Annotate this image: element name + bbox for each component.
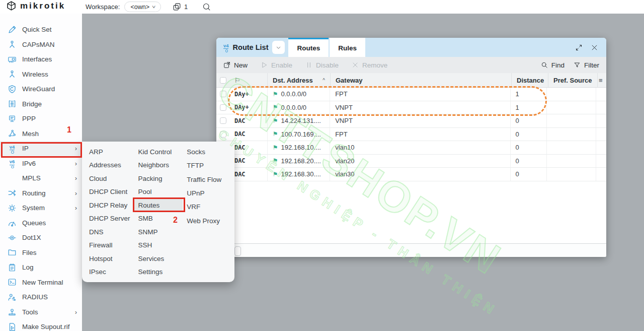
submenu-item-firewall[interactable]: Firewall (85, 239, 134, 252)
submenu-item-packing[interactable]: Packing (134, 172, 183, 185)
route-distance: 0 (511, 128, 547, 141)
header-gateway[interactable]: Gateway (331, 73, 512, 87)
submenu-item-tftp[interactable]: TFTP (183, 159, 231, 172)
header-pref-source[interactable]: Pref. Source (548, 73, 598, 87)
route-gateway: FPT (330, 128, 510, 141)
submenu-item-services[interactable]: Services (134, 252, 183, 266)
columns-menu-button[interactable]: ≡ (598, 73, 606, 87)
submenu-item-hotspot[interactable]: Hotspot (85, 252, 134, 266)
route-row[interactable]: DAC ⚑192.168.10.... vlan10 0 (216, 141, 606, 155)
close-icon[interactable] (591, 44, 598, 51)
row-checkbox[interactable] (220, 91, 226, 97)
sidebar-item-dot1x[interactable]: Dot1X › (0, 230, 82, 245)
sidebar-item-mpls[interactable]: MPLS › (0, 171, 82, 186)
route-dst-address: 100.70.169.... (281, 130, 321, 138)
search-icon[interactable] (202, 3, 211, 11)
ipv4-icon: v4 (223, 43, 229, 52)
window-titlebar[interactable]: v4 Route List Routes Rules (216, 38, 606, 57)
disable-button[interactable]: Disable (305, 61, 339, 69)
sidebar-item-ip[interactable]: v4 IP › (0, 141, 82, 156)
sidebar-item-make-supout-rif[interactable]: Make Supout.rif › (0, 319, 82, 331)
submenu-item-snmp[interactable]: SNMP (134, 225, 183, 239)
header-flags[interactable]: ⚐ (229, 73, 268, 87)
header-dst-address[interactable]: Dst. Address ^ (268, 73, 331, 87)
sidebar-item-files[interactable]: Files › (0, 245, 82, 260)
submenu-item-socks[interactable]: Socks (183, 145, 231, 159)
submenu-item-kid-control[interactable]: Kid Control (134, 145, 183, 159)
sidebar-item-tools[interactable]: Tools › (0, 305, 82, 320)
tab-list-dropdown-button[interactable] (272, 41, 285, 54)
route-row[interactable]: DAC ⚑192.168.30.... vlan30 0 (216, 168, 606, 181)
submenu-item-web-proxy[interactable]: Web Proxy (183, 214, 231, 227)
route-dst-address: 14.224.131.... (281, 117, 321, 124)
sidebar-item-new-terminal[interactable]: New Terminal › (0, 275, 82, 290)
route-pref-source (547, 155, 596, 168)
submenu-column-3: Socks TFTP Traffic Flow UPnP VRF Web Pro… (183, 145, 231, 279)
sidebar-item-wireless[interactable]: Wireless › (0, 67, 82, 82)
submenu-item-ipsec[interactable]: IPsec (85, 266, 134, 279)
tab-rules[interactable]: Rules (330, 38, 365, 57)
row-checkbox[interactable] (220, 117, 226, 124)
route-row[interactable]: DAy+ ⚑0.0.0.0/0 FPT 1 (216, 88, 606, 101)
open-windows-indicator[interactable]: 1 (173, 0, 188, 14)
ip-submenu-popup: ARP Addresses Cloud DHCP Client DHCP Rel… (82, 142, 234, 282)
new-button[interactable]: New (223, 61, 248, 69)
sidebar-item-ppp[interactable]: PPP › (0, 111, 82, 126)
sidebar-item-wireguard[interactable]: WireGuard › (0, 82, 82, 97)
sidebar-item-log[interactable]: Log › (0, 260, 82, 275)
submenu-item-ssh[interactable]: SSH (134, 239, 183, 252)
enable-button[interactable]: Enable (261, 61, 292, 69)
submenu-item-routes[interactable]: Routes (134, 198, 183, 212)
sidebar-item-interfaces[interactable]: Interfaces › (0, 52, 82, 67)
select-all-checkbox[interactable] (220, 77, 226, 84)
sidebar-item-ipv6[interactable]: v6 IPv6 › (0, 156, 82, 171)
submenu-item-dhcp-relay[interactable]: DHCP Relay (85, 198, 134, 212)
submenu-item-dns[interactable]: DNS (85, 225, 134, 239)
workspace-group: Workspace: <own> ˅ (86, 0, 161, 14)
submenu-item-dhcp-server[interactable]: DHCP Server (85, 212, 134, 226)
tab-routes[interactable]: Routes (288, 38, 329, 57)
chevron-down-icon (276, 45, 281, 50)
submenu-item-dhcp-client[interactable]: DHCP Client (85, 185, 134, 199)
route-row[interactable]: DAC ⚑192.168.20.... vlan20 0 (216, 155, 606, 168)
sidebar-item-quick-set[interactable]: Quick Set › (0, 22, 82, 37)
footer-control-partial[interactable] (234, 246, 241, 256)
sidebar-item-capsman[interactable]: CAPsMAN › (0, 37, 82, 52)
filter-button[interactable]: Filter (574, 61, 599, 69)
header-distance[interactable]: Distance (512, 73, 548, 87)
route-row[interactable]: DAC ⚑14.224.131.... VNPT 0 (216, 114, 606, 128)
submenu-item-cloud[interactable]: Cloud (85, 172, 134, 185)
sidebar-item-radius[interactable]: RADIUS › (0, 290, 82, 305)
remove-button[interactable]: Remove (352, 61, 387, 69)
sidebar-item-system[interactable]: System › (0, 201, 82, 216)
sidebar-item-bridge[interactable]: Bridge › (0, 97, 82, 112)
ipv6-icon: v6 (7, 158, 17, 168)
submenu-item-smb[interactable]: SMB (134, 212, 183, 226)
route-pref-source (547, 141, 596, 154)
route-flag-icon: ⚑ (273, 157, 278, 164)
submenu-item-neighbors[interactable]: Neighbors (134, 159, 183, 172)
window-footer (216, 243, 606, 257)
submenu-item-upnp[interactable]: UPnP (183, 186, 231, 200)
submenu-item-pool[interactable]: Pool (134, 185, 183, 199)
submenu-item-settings[interactable]: Settings (134, 266, 183, 279)
submenu-item-arp[interactable]: ARP (85, 145, 134, 159)
find-button[interactable]: Find (541, 61, 565, 69)
route-row[interactable]: DAy+ ⚑0.0.0.0/0 VNPT 1 (216, 101, 606, 115)
route-row[interactable]: DAC ⚑100.70.169.... FPT 0 (216, 128, 606, 142)
submenu-item-addresses[interactable]: Addresses (85, 159, 134, 172)
submenu-item-vrf[interactable]: VRF (183, 200, 231, 214)
sidebar: Quick Set › CAPsMAN › Interfaces › Wirel… (0, 14, 82, 331)
maximize-icon[interactable] (575, 44, 583, 51)
sidebar-item-routing[interactable]: Routing › (0, 186, 82, 201)
files-icon (7, 247, 17, 257)
sidebar-item-queues[interactable]: Queues › (0, 216, 82, 231)
workspace-select[interactable]: <own> ˅ (124, 2, 161, 12)
row-checkbox[interactable] (220, 104, 226, 111)
submenu-item-traffic-flow[interactable]: Traffic Flow (183, 173, 231, 186)
wireless-icon (7, 69, 17, 79)
mikrotik-cube-icon (6, 1, 17, 11)
row-checkbox[interactable] (220, 131, 226, 138)
quick-set-icon (7, 25, 17, 35)
sidebar-item-mesh[interactable]: Mesh › (0, 126, 82, 142)
